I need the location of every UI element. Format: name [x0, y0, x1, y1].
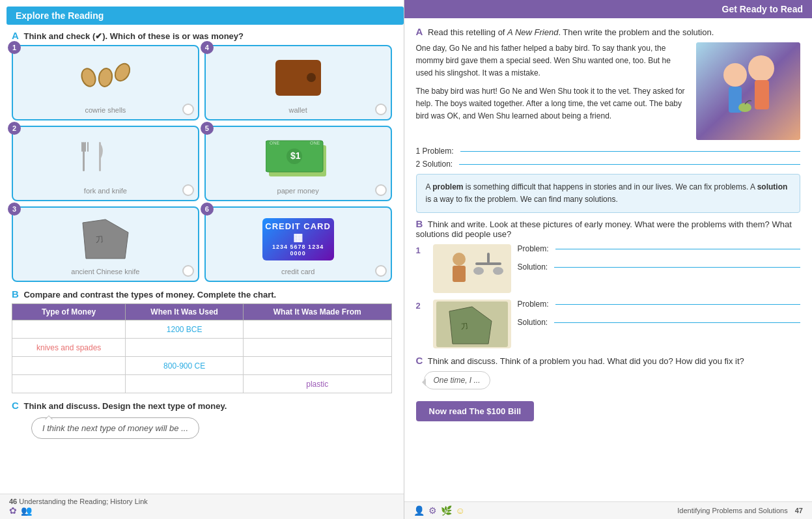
image-item-2: 2 fork and knife: [12, 126, 199, 201]
wallet-visual: [275, 60, 321, 96]
early-num-2: 2: [416, 301, 427, 311]
right-section-c: C Think and discuss. Think of a problem …: [416, 355, 801, 389]
para-1: One day, Go Ne and his father helped a b…: [416, 42, 689, 80]
row4-col3[interactable]: plastic: [243, 375, 391, 393]
gear-icon: ⚙: [428, 505, 437, 516]
table-row: plastic: [12, 375, 392, 393]
early-money-item-2: 2 刀 Problem:: [416, 300, 801, 348]
check-circle-1[interactable]: [182, 104, 194, 115]
problem-underline: [460, 151, 800, 152]
image-item-6: 6 CREDIT CARD ▦ 1234 5678 1234 0000 cred…: [204, 206, 392, 282]
svg-point-24: [493, 267, 503, 275]
chinese-knife-image: 刀: [18, 213, 193, 265]
solution-label-b1: Solution:: [518, 262, 548, 272]
right-section-b-label: B Think and write. Look at these picture…: [416, 218, 801, 239]
credit-card-image: CREDIT CARD ▦ 1234 5678 1234 0000: [211, 213, 385, 265]
badge-6: 6: [201, 203, 214, 216]
paper-money-image: $1 ONE ONE: [211, 132, 385, 184]
image-item-4: 4 wallet: [204, 45, 392, 120]
info-box: A problem is something difficult that ha…: [416, 174, 801, 213]
now-read-button[interactable]: Now read The $100 Bill: [416, 401, 535, 421]
row1-col3[interactable]: [243, 320, 391, 339]
caption-2: fork and knife: [18, 187, 193, 195]
footer-icons-right: 👤 ⚙ 🌿 ☺: [413, 505, 465, 516]
svg-rect-16: [755, 80, 769, 109]
section-c-label: C Think and discuss. Design the next typ…: [12, 400, 392, 411]
image-item-1: 1 cowrie shells: [12, 45, 199, 120]
solution-underline-b1: [554, 267, 800, 268]
svg-rect-3: [87, 142, 89, 152]
footer-right-text: Identifying Problems and Solutions 47: [677, 507, 803, 514]
solution-label-b2: Solution:: [518, 318, 548, 327]
row4-col1[interactable]: [12, 375, 126, 393]
left-content: A Think and check (✔). Which of these is…: [0, 25, 404, 494]
row1-col2[interactable]: 1200 BCE: [126, 320, 244, 339]
section-c: C Think and discuss. Design the next typ…: [12, 400, 392, 439]
footer-icons: ✿ 👥: [9, 505, 148, 516]
badge-4: 4: [201, 41, 214, 54]
svg-text:刀: 刀: [460, 322, 468, 330]
row1-col1[interactable]: [12, 320, 126, 339]
svg-point-13: [748, 55, 774, 81]
problem-underline-b2: [555, 304, 800, 305]
footer-left: 46 Understanding the Reading; History Li…: [9, 498, 148, 516]
svg-text:ONE: ONE: [270, 141, 280, 145]
story-row: One day, Go Ne and his father helped a b…: [416, 42, 801, 140]
paper-money-svg: $1 ONE ONE: [266, 135, 331, 181]
left-page: Explore the Reading A Think and check (✔…: [0, 0, 404, 519]
table-header-row: Type of Money When It Was Used What It W…: [12, 304, 392, 320]
svg-text:ONE: ONE: [310, 141, 320, 145]
col-header-3: What It Was Made From: [243, 304, 391, 320]
svg-rect-1: [81, 142, 83, 152]
svg-rect-2: [85, 142, 86, 152]
svg-point-23: [473, 267, 484, 275]
one-time-bubble: One time, I ...: [424, 371, 490, 389]
svg-rect-12: [696, 42, 800, 140]
early-money-svg-1: [436, 246, 508, 292]
right-section-b: B Think and write. Look at these picture…: [416, 218, 801, 348]
right-header: Get Ready to Read: [404, 0, 813, 18]
early-money-section: 1: [416, 244, 801, 348]
row3-col3[interactable]: [243, 357, 391, 375]
row3-col1[interactable]: [12, 357, 126, 375]
smiley-icon: ☺: [456, 505, 465, 516]
section-a-label: A Think and check (✔). Which of these is…: [12, 30, 392, 41]
svg-rect-22: [487, 253, 490, 263]
badge-2: 2: [8, 122, 21, 135]
problem-label-b2: Problem:: [518, 300, 549, 309]
check-circle-5[interactable]: [375, 184, 387, 196]
cowrie-visual: [81, 68, 130, 87]
right-section-a: A Read this retelling of A New Friend. T…: [416, 26, 801, 169]
problem-line: 1 Problem:: [416, 147, 801, 156]
now-read-section: Now read The $100 Bill: [416, 396, 801, 421]
wallet-image: [211, 51, 385, 104]
svg-rect-0: [83, 142, 85, 171]
check-circle-6[interactable]: [375, 265, 387, 277]
badge-3: 3: [8, 203, 21, 216]
check-circle-4[interactable]: [375, 104, 387, 115]
badge-1: 1: [8, 41, 21, 54]
sun-icon: ✿: [9, 505, 17, 516]
early-money-svg-2: 刀: [436, 302, 508, 347]
row2-col2[interactable]: [126, 339, 244, 357]
row2-col3[interactable]: [243, 339, 391, 357]
footer-text: Understanding the Reading; History Link: [19, 498, 148, 505]
row3-col2[interactable]: 800-900 CE: [126, 357, 244, 375]
svg-rect-20: [453, 266, 466, 282]
caption-6: credit card: [211, 268, 385, 275]
solution-label: 2 Solution:: [416, 160, 453, 169]
caption-1: cowrie shells: [18, 106, 193, 114]
row4-col2[interactable]: [126, 375, 244, 393]
instruction-text: Read this retelling of A New Friend. The…: [428, 27, 714, 37]
early-money-fields-1: Problem: Solution:: [518, 244, 801, 275]
col-header-1: Type of Money: [12, 304, 126, 320]
solution-underline: [459, 164, 800, 165]
solution-underline-b2: [554, 322, 800, 323]
leaf-icon: 🌿: [441, 505, 452, 516]
check-circle-3[interactable]: [182, 265, 194, 277]
left-footer: 46 Understanding the Reading; History Li…: [0, 494, 404, 519]
check-circle-2[interactable]: [182, 184, 194, 196]
problem-label-b1: Problem:: [518, 244, 549, 253]
row2-col1[interactable]: knives and spades: [12, 339, 126, 357]
right-page: Get Ready to Read A Read this retelling …: [404, 0, 813, 519]
